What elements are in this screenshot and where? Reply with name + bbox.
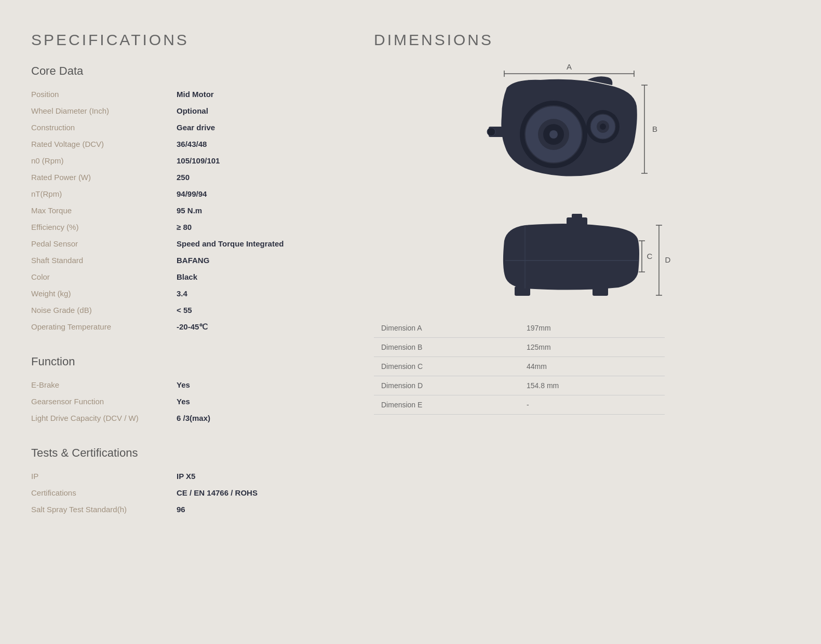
- dim-label: Dimension C: [374, 357, 519, 376]
- spec-value: 6 /3(max): [177, 414, 332, 422]
- dim-value: 125mm: [519, 338, 665, 357]
- spec-label: Gearsensor Function: [31, 397, 177, 406]
- dim-value: 44mm: [519, 357, 665, 376]
- motor-top-svg: A B: [473, 59, 691, 194]
- dim-label: Dimension E: [374, 395, 519, 415]
- certifications-rows: IP IP X5 Certifications CE / EN 14766 / …: [31, 469, 332, 519]
- svg-rect-29: [515, 286, 530, 296]
- spec-value: BAFANG: [177, 256, 332, 265]
- core-data-title: Core Data: [31, 64, 332, 78]
- spec-value: Speed and Torque Integrated: [177, 239, 332, 248]
- spec-label: Construction: [31, 123, 177, 132]
- spec-value: CE / EN 14766 / ROHS: [177, 488, 332, 497]
- svg-point-12: [549, 130, 558, 139]
- spec-value: Black: [177, 272, 332, 281]
- svg-text:A: A: [566, 62, 571, 71]
- spec-row: Certifications CE / EN 14766 / ROHS: [31, 486, 332, 502]
- spec-row: Efficiency (%) ≥ 80: [31, 220, 332, 237]
- spec-label: Shaft Standard: [31, 256, 177, 265]
- motor-side-svg: C D: [473, 199, 691, 313]
- svg-rect-30: [593, 286, 608, 296]
- spec-value: 250: [177, 173, 332, 182]
- diagrams-wrapper: A B: [374, 59, 790, 313]
- spec-row: E-Brake Yes: [31, 378, 332, 394]
- dim-table-row: Dimension C 44mm: [374, 357, 665, 376]
- function-rows: E-Brake Yes Gearsensor Function Yes Ligh…: [31, 378, 332, 428]
- dimensions-title: DIMENSIONS: [374, 31, 790, 49]
- spec-row: IP IP X5: [31, 469, 332, 486]
- spec-row: Operating Temperature -20-45℃: [31, 320, 332, 336]
- spec-label: Pedal Sensor: [31, 239, 177, 248]
- spec-value: 94/99/94: [177, 189, 332, 198]
- spec-label: IP: [31, 472, 177, 481]
- svg-text:D: D: [665, 255, 670, 264]
- spec-row: Color Black: [31, 270, 332, 286]
- dim-label: Dimension B: [374, 338, 519, 357]
- core-data-rows: Position Mid Motor Wheel Diameter (Inch)…: [31, 87, 332, 336]
- spec-row: Position Mid Motor: [31, 87, 332, 104]
- dimensions-panel: DIMENSIONS A B: [353, 31, 790, 519]
- spec-row: Pedal Sensor Speed and Torque Integrated: [31, 237, 332, 253]
- spec-value: 36/43/48: [177, 140, 332, 148]
- spec-label: Salt Spray Test Standard(h): [31, 505, 177, 514]
- spec-row: Construction Gear drive: [31, 120, 332, 137]
- spec-label: Rated Voltage (DCV): [31, 140, 177, 148]
- spec-row: Noise Grade (dB) < 55: [31, 303, 332, 320]
- spec-value: ≥ 80: [177, 223, 332, 231]
- spec-label: Light Drive Capacity (DCV / W): [31, 414, 177, 422]
- spec-label: Max Torque: [31, 206, 177, 215]
- spec-label: Wheel Diameter (Inch): [31, 106, 177, 115]
- spec-value: Optional: [177, 106, 332, 115]
- specifications-panel: SPECIFICATIONS Core Data Position Mid Mo…: [31, 31, 332, 519]
- dim-table-row: Dimension D 154.8 mm: [374, 376, 665, 395]
- spec-row: Salt Spray Test Standard(h) 96: [31, 502, 332, 519]
- dim-value: 197mm: [519, 319, 665, 338]
- svg-point-16: [600, 124, 606, 130]
- spec-row: Rated Voltage (DCV) 36/43/48: [31, 137, 332, 154]
- spec-label: Operating Temperature: [31, 322, 177, 331]
- spec-label: Position: [31, 90, 177, 99]
- dimensions-table-container: Dimension A 197mm Dimension B 125mm Dime…: [374, 319, 665, 415]
- spec-value: 96: [177, 505, 332, 514]
- spec-label: Weight (kg): [31, 289, 177, 298]
- spec-label: Color: [31, 272, 177, 281]
- spec-value: -20-45℃: [177, 322, 332, 332]
- spec-label: nT(Rpm): [31, 189, 177, 198]
- spec-label: n0 (Rpm): [31, 156, 177, 165]
- spec-label: E-Brake: [31, 380, 177, 389]
- dim-table-row: Dimension B 125mm: [374, 338, 665, 357]
- spec-row: Gearsensor Function Yes: [31, 394, 332, 411]
- spec-value: 95 N.m: [177, 206, 332, 215]
- spec-value: Yes: [177, 397, 332, 406]
- spec-value: < 55: [177, 306, 332, 314]
- dimensions-table: Dimension A 197mm Dimension B 125mm Dime…: [374, 319, 665, 415]
- dim-value: -: [519, 395, 665, 415]
- spec-label: Certifications: [31, 488, 177, 497]
- svg-point-18: [487, 128, 495, 136]
- svg-text:C: C: [647, 252, 652, 261]
- spec-value: Yes: [177, 380, 332, 389]
- svg-text:B: B: [652, 125, 657, 133]
- spec-value: Mid Motor: [177, 90, 332, 99]
- spec-row: Weight (kg) 3.4: [31, 286, 332, 303]
- spec-label: Efficiency (%): [31, 223, 177, 231]
- spec-value: IP X5: [177, 472, 332, 481]
- specifications-title: SPECIFICATIONS: [31, 31, 332, 49]
- spec-value: 3.4: [177, 289, 332, 298]
- spec-value: Gear drive: [177, 123, 332, 132]
- spec-row: Light Drive Capacity (DCV / W) 6 /3(max): [31, 411, 332, 428]
- spec-label: Noise Grade (dB): [31, 306, 177, 314]
- dim-label: Dimension D: [374, 376, 519, 395]
- motor-side-diagram: C D: [473, 199, 691, 313]
- certifications-title: Tests & Certifications: [31, 446, 332, 460]
- spec-value: 105/109/101: [177, 156, 332, 165]
- dim-table-row: Dimension A 197mm: [374, 319, 665, 338]
- spec-row: Max Torque 95 N.m: [31, 203, 332, 220]
- svg-rect-28: [572, 214, 582, 220]
- dim-table-row: Dimension E -: [374, 395, 665, 415]
- spec-row: Shaft Standard BAFANG: [31, 253, 332, 270]
- spec-row: n0 (Rpm) 105/109/101: [31, 154, 332, 170]
- dim-value: 154.8 mm: [519, 376, 665, 395]
- motor-top-diagram: A B: [473, 59, 691, 194]
- spec-row: Wheel Diameter (Inch) Optional: [31, 104, 332, 120]
